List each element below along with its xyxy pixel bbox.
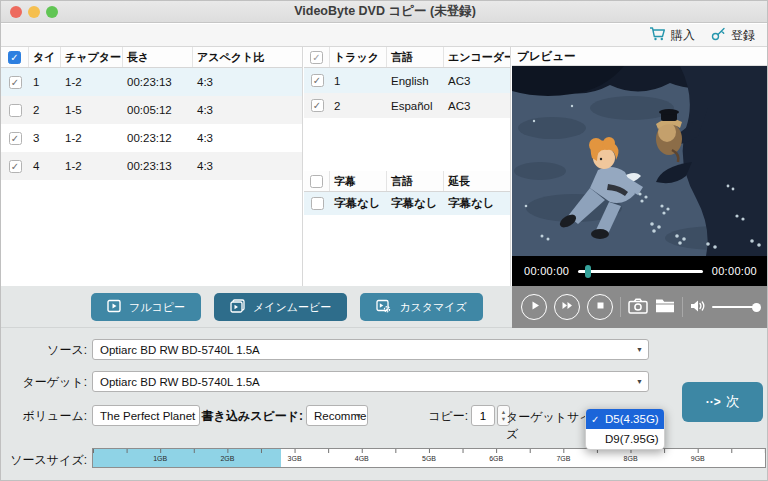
cell-track: 1 bbox=[330, 75, 387, 87]
volume-slider[interactable] bbox=[712, 306, 758, 308]
table-row[interactable]: 2 1-5 00:05:12 4:3 bbox=[1, 96, 302, 124]
copy-mode-buttons: フルコピー メインムービー カスタマイズ bbox=[91, 293, 483, 321]
table-row[interactable]: 3 1-2 00:23:12 4:3 bbox=[1, 124, 302, 152]
track-panel: トラック 言語 エンコーダー 1 English AC3 2 Español A… bbox=[304, 47, 511, 286]
column-header-title[interactable]: タイ bbox=[29, 47, 61, 67]
row-checkbox[interactable] bbox=[311, 197, 324, 210]
source-select[interactable]: Optiarc BD RW BD-5740L 1.5A ▼ bbox=[92, 339, 649, 360]
cell-aspect: 4:3 bbox=[193, 132, 302, 144]
column-header-track[interactable]: トラック bbox=[330, 47, 387, 67]
column-header-subtitle[interactable]: 字幕 bbox=[330, 171, 387, 191]
seek-handle[interactable] bbox=[585, 265, 591, 278]
volume-knob[interactable] bbox=[752, 303, 761, 312]
row-checkbox[interactable] bbox=[9, 76, 22, 89]
volume-button[interactable] bbox=[690, 299, 705, 316]
zoom-window-button[interactable] bbox=[46, 6, 58, 18]
main-movie-button[interactable]: メインムービー bbox=[214, 293, 347, 321]
stop-button[interactable] bbox=[587, 294, 613, 320]
row-checkbox[interactable] bbox=[9, 132, 22, 145]
mode-and-controls-row: フルコピー メインムービー カスタマイズ bbox=[1, 286, 768, 328]
register-button[interactable]: 登録 bbox=[711, 26, 755, 44]
select-all-titles-checkbox[interactable] bbox=[8, 51, 21, 64]
volume-name-input[interactable]: The Perfect Planet bbox=[92, 405, 200, 426]
subtitle-table-header: 字幕 言語 延長 bbox=[304, 171, 510, 192]
menu-item-label: D5(4.35G) bbox=[605, 413, 659, 425]
target-size-menu: ✓ D5(4.35G) D9(7.95G) bbox=[585, 408, 665, 450]
title-table: タイ チャプター 長さ アスペクト比 1 1-2 00:23:13 4:3 2 … bbox=[1, 47, 303, 286]
video-frame-illustration bbox=[512, 66, 768, 256]
divider bbox=[682, 297, 683, 317]
track-table-header: トラック 言語 エンコーダー bbox=[304, 47, 510, 68]
cell-title: 4 bbox=[29, 160, 61, 172]
chevron-down-icon: ▼ bbox=[636, 346, 643, 353]
purchase-button[interactable]: 購入 bbox=[649, 26, 695, 44]
cell-chapter: 1-5 bbox=[61, 104, 123, 116]
column-header-encoder[interactable]: エンコーダー bbox=[444, 47, 510, 67]
chevron-down-icon: ▼ bbox=[355, 412, 362, 419]
key-icon bbox=[711, 26, 726, 44]
copies-stepper[interactable]: 1 ▲ ▼ bbox=[471, 405, 510, 426]
table-row[interactable]: 1 1-2 00:23:13 4:3 bbox=[1, 68, 302, 96]
window-title: VideoByte DVD コピー (未登録) bbox=[1, 1, 768, 22]
snapshot-button[interactable] bbox=[628, 298, 648, 317]
select-all-subtitles-checkbox[interactable] bbox=[310, 175, 323, 188]
column-header-length[interactable]: 長さ bbox=[123, 47, 193, 67]
fast-forward-icon bbox=[561, 299, 574, 315]
full-copy-label: フルコピー bbox=[129, 300, 185, 315]
table-row[interactable]: 1 English AC3 bbox=[304, 68, 510, 93]
cell-aspect: 4:3 bbox=[193, 104, 302, 116]
cell-aspect: 4:3 bbox=[193, 76, 302, 88]
cell-length: 00:05:12 bbox=[123, 104, 193, 116]
duration-time: 00:00:00 bbox=[712, 265, 757, 277]
cell-language: 字幕なし bbox=[387, 196, 444, 211]
play-button[interactable] bbox=[521, 294, 547, 320]
target-size-label: ターゲットサイズ bbox=[506, 409, 596, 443]
row-checkbox[interactable] bbox=[9, 104, 22, 117]
film-stack-icon bbox=[230, 299, 245, 315]
cell-encoder: AC3 bbox=[444, 100, 510, 112]
table-row[interactable]: 4 1-2 00:23:13 4:3 bbox=[1, 152, 302, 180]
scale-label: 7GB bbox=[550, 455, 576, 462]
table-row[interactable]: 字幕なし 字幕なし 字幕なし bbox=[304, 192, 510, 215]
menu-item-d9[interactable]: D9(7.95G) bbox=[586, 429, 664, 449]
column-header-aspect[interactable]: アスペクト比 bbox=[193, 47, 302, 67]
select-all-tracks-checkbox[interactable] bbox=[310, 51, 323, 64]
customize-button[interactable]: カスタマイズ bbox=[360, 293, 483, 321]
source-value: Optiarc BD RW BD-5740L 1.5A bbox=[100, 344, 260, 356]
scale-label: 6GB bbox=[483, 455, 509, 462]
next-arrow-icon: ··> bbox=[706, 395, 721, 409]
table-row[interactable]: 2 Español AC3 bbox=[304, 93, 510, 118]
minimize-window-button[interactable] bbox=[28, 6, 40, 18]
menu-item-d5[interactable]: ✓ D5(4.35G) bbox=[586, 409, 664, 429]
film-icon bbox=[107, 299, 121, 315]
size-scale-ticks bbox=[93, 449, 765, 453]
close-window-button[interactable] bbox=[10, 6, 22, 18]
column-header-language[interactable]: 言語 bbox=[387, 171, 444, 191]
copies-label: コピー: bbox=[383, 408, 468, 425]
row-checkbox[interactable] bbox=[9, 160, 22, 173]
film-gear-icon bbox=[376, 299, 391, 315]
next-button[interactable]: ··> 次 bbox=[682, 382, 763, 422]
check-icon: ✓ bbox=[591, 414, 599, 425]
customize-label: カスタマイズ bbox=[399, 300, 467, 315]
full-copy-button[interactable]: フルコピー bbox=[91, 293, 201, 321]
video-preview[interactable] bbox=[512, 66, 768, 256]
seek-bar[interactable] bbox=[578, 270, 703, 273]
play-icon bbox=[528, 299, 541, 315]
column-header-language[interactable]: 言語 bbox=[387, 47, 444, 67]
folder-icon bbox=[655, 298, 675, 316]
fast-forward-button[interactable] bbox=[554, 294, 580, 320]
source-size-bar: 1GB 2GB 3GB 4GB 5GB 6GB 7GB 8GB 9GB bbox=[92, 448, 766, 468]
target-select[interactable]: Optiarc BD RW BD-5740L 1.5A ▼ bbox=[92, 371, 649, 392]
cell-extension: 字幕なし bbox=[444, 196, 510, 211]
scale-label: 5GB bbox=[416, 455, 442, 462]
column-header-chapter[interactable]: チャプター bbox=[61, 47, 123, 67]
divider bbox=[620, 297, 621, 317]
row-checkbox[interactable] bbox=[311, 99, 324, 112]
column-header-extension[interactable]: 延長 bbox=[444, 171, 510, 191]
open-folder-button[interactable] bbox=[655, 298, 675, 316]
row-checkbox[interactable] bbox=[311, 74, 324, 87]
scale-label: 3GB bbox=[282, 455, 308, 462]
write-speed-select[interactable]: Recomme ▼ bbox=[306, 405, 368, 426]
app-window: VideoByte DVD コピー (未登録) 購入 登録 タイ チャプター 長… bbox=[0, 0, 768, 481]
